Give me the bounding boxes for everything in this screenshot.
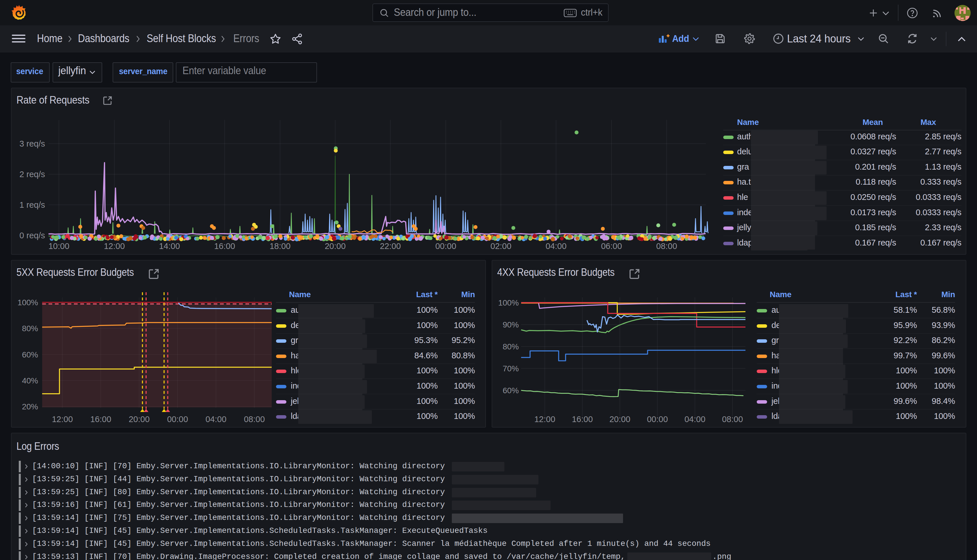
svg-text:22:00: 22:00: [380, 242, 401, 251]
svg-text:18:00: 18:00: [270, 242, 291, 251]
svg-text:14:00: 14:00: [159, 242, 180, 251]
svg-text:2 req/s: 2 req/s: [19, 170, 45, 179]
svg-text:10:00: 10:00: [48, 242, 70, 251]
svg-text:00:00: 00:00: [435, 242, 456, 251]
svg-text:1 req/s: 1 req/s: [19, 200, 45, 210]
svg-text:3 req/s: 3 req/s: [19, 139, 45, 148]
svg-text:20:00: 20:00: [325, 242, 346, 251]
svg-text:16:00: 16:00: [214, 242, 235, 251]
svg-text:0 req/s: 0 req/s: [19, 231, 45, 240]
svg-text:12:00: 12:00: [104, 242, 125, 251]
